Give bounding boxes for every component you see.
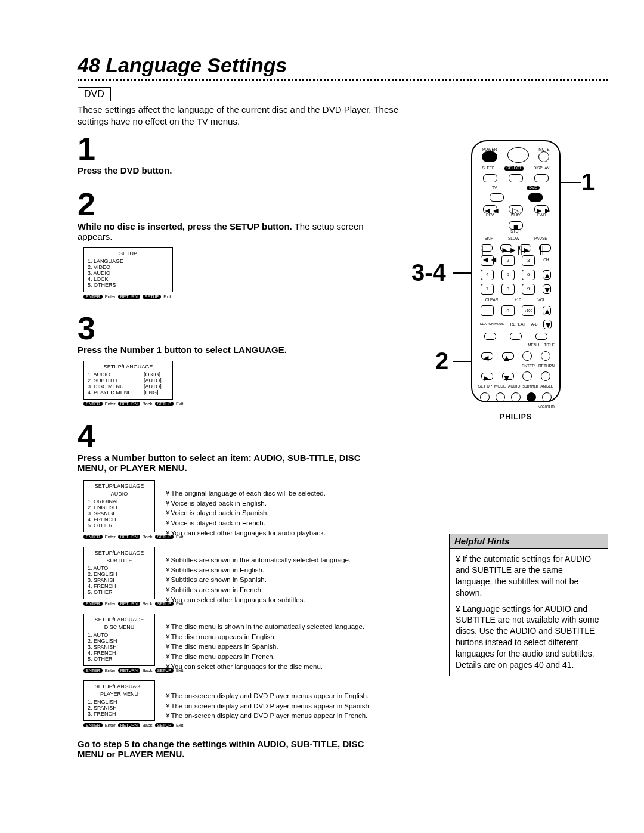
remote-label: MENU [528, 343, 539, 348]
explain-line: Subtitles are shown in Spanish. [166, 575, 351, 585]
osd-item: 1. AUTO [88, 565, 151, 571]
pause-icon: || [539, 244, 551, 252]
remote-label: TITLE [544, 343, 555, 348]
pill: RETURN [118, 723, 140, 727]
osd-item: 2. SPANISH [88, 705, 151, 711]
remote-label: SET UP [478, 385, 492, 389]
hint-item: If the automatic settings for AUDIO and … [456, 553, 602, 599]
remote-label: SLEEP [482, 166, 494, 171]
remote-label: +10 [515, 298, 521, 302]
remote-button [483, 174, 497, 182]
remote-button [507, 147, 529, 163]
remote-label: REPEAT [510, 323, 525, 327]
arrow-right-icon: ► [481, 373, 493, 380]
osd-row-l: 4. PLAYER MENU [88, 389, 144, 395]
ch-down-icon: ▼ [543, 284, 551, 294]
remote-button [509, 174, 523, 182]
remote-button [510, 333, 522, 340]
pill: RETURN [118, 402, 140, 406]
remote-menu-button [522, 351, 532, 361]
osd-subtitle: SUBTITLE [88, 558, 151, 563]
remote-label: RETURN [538, 364, 555, 368]
foot-label: Enter [105, 401, 116, 407]
pill: RETURN [118, 295, 140, 299]
osd-item: 2. ENGLISH [88, 504, 151, 510]
callout-line [453, 361, 471, 362]
explain-line: The on-screen display and DVD Player men… [166, 691, 371, 701]
osd-row-l: 1. AUDIO [88, 371, 144, 377]
pill: SETUP [155, 402, 174, 406]
explain-line: The on-screen display and DVD Player men… [166, 711, 371, 721]
osd-item: 5. OTHER [88, 589, 151, 595]
remote-label: SUBTITLE [522, 385, 538, 389]
osd-setup-item: 5. OTHERS [88, 282, 169, 288]
remote-control-illustration: POWER MUTE SLEEP SELECT DISPLAY TV DVD ◄… [471, 140, 561, 402]
brand-logo: PHILIPS [477, 413, 555, 421]
remote-num-button: 7 [481, 284, 494, 295]
pill: RETURN [118, 535, 140, 539]
remote-subtitle-button [527, 392, 536, 402]
remote-tv-button [490, 193, 504, 202]
foot-label: Enter [105, 601, 116, 606]
osd-item: 5. OTHER [88, 656, 151, 662]
remote-label: TV [492, 186, 497, 190]
remote-label: SLOW [508, 237, 519, 241]
mute-icon [538, 151, 549, 162]
osd-row-r: [ENG] [144, 389, 169, 395]
osd-item: 4. FRENCH [88, 650, 151, 656]
explain-line: Subtitles are shown in English. [166, 565, 351, 575]
osd-setup-item: 4. LOCK [88, 276, 169, 282]
goto-text: Go to step 5 to change the settings with… [78, 739, 388, 759]
hint-item: Language settings for AUDIO and SUBTITLE… [456, 603, 602, 671]
remote-label: PAUSE [534, 237, 547, 241]
explain-line: The on-screen display and DVD Player men… [166, 701, 371, 711]
remote-num-button: 0 [501, 305, 515, 316]
explain-line: The disc menu appears in French. [166, 652, 364, 662]
osd-setup-footer: ENTEREnter RETURN SETUPExit [83, 294, 173, 299]
osd-row-r: [AUTO] [144, 383, 169, 389]
remote-enter-button [522, 371, 532, 381]
explain-player-menu: SETUP/LANGUAGE PLAYER MENU 1. ENGLISH 2.… [78, 680, 608, 728]
osd-subtitle: SETUP/LANGUAGE [88, 483, 151, 489]
remote-num-button: 8 [501, 284, 515, 295]
callout-line [561, 182, 581, 183]
osd-row-l: 3. DISC MENU [88, 383, 144, 389]
arrow-left-icon: ◄ [481, 352, 493, 360]
callout-2: 2 [435, 348, 448, 374]
remote-num-button: 5 [501, 270, 515, 280]
remote-label: ENTER [522, 364, 535, 368]
foot-label: Back [143, 401, 153, 407]
remote-num-button: 9 [522, 284, 535, 295]
osd-language: SETUP/LANGUAGE 1. AUDIO[ORIG] 2. SUBTITL… [83, 361, 173, 407]
foot-label: Exit [176, 723, 184, 728]
osd-item: 3. SPANISH [88, 510, 151, 516]
osd-language-title: SETUP/LANGUAGE [88, 364, 169, 370]
osd-subtitle: SETUP/LANGUAGE [88, 683, 151, 689]
slow-icon: |► [519, 244, 531, 252]
osd-setup-item: 3. AUDIO [88, 270, 169, 276]
osd-setup-title: SETUP [88, 250, 169, 256]
osd-setup-item: 1. LANGUAGE [88, 258, 169, 264]
remote-label: STOP [509, 230, 523, 234]
osd-item: 4. FRENCH [88, 583, 151, 589]
foot-label: Enter [105, 668, 116, 673]
explain-line: You can select other languages for the d… [166, 662, 364, 672]
remote-label: PLAY [509, 213, 523, 218]
osd-item: 1. ORIGINAL [88, 498, 151, 504]
explain-line: Voice is played back in Spanish. [166, 508, 326, 518]
remote-label: DVD [527, 186, 540, 190]
remote-label: ANGLE [540, 385, 553, 389]
remote-dvd-button [528, 193, 543, 202]
step-1-text: Press the DVD button. [78, 165, 172, 175]
osd-row-r: [AUTO] [144, 377, 169, 383]
ch-up-icon: ▲ [543, 270, 551, 280]
remote-label: DISPLAY [534, 166, 550, 171]
remote-setup-button [480, 392, 490, 402]
intro-text: These settings affect the language of th… [78, 104, 411, 128]
foot-label: Enter [105, 723, 116, 728]
remote-mode-button [496, 392, 505, 402]
remote-model: N0289UD [477, 405, 555, 410]
page-number: 48 [78, 54, 100, 76]
osd-subtitle: SETUP/LANGUAGE [88, 550, 151, 556]
section-label: DVD [78, 87, 111, 101]
